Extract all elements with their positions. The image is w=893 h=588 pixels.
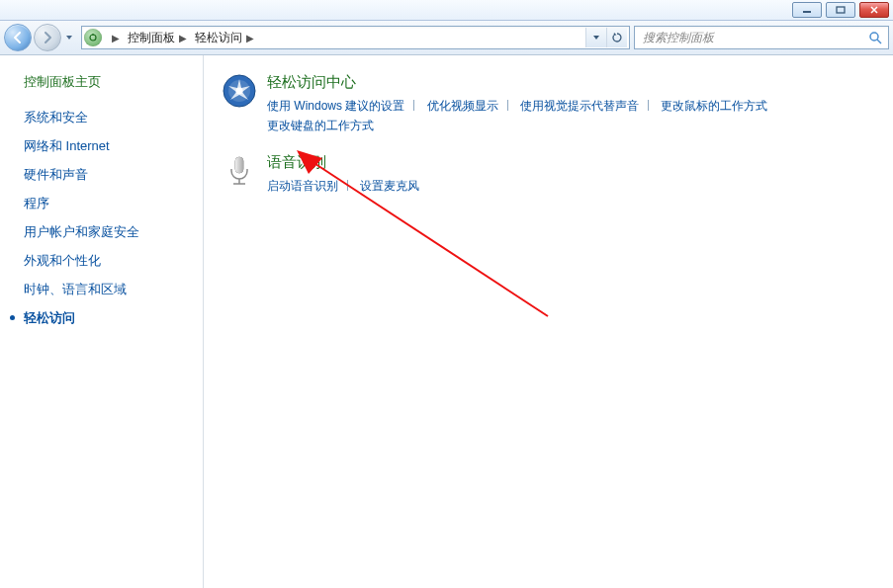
sidebar-item-user-accounts[interactable]: 用户帐户和家庭安全	[24, 219, 193, 245]
sidebar-item-hardware-sound[interactable]: 硬件和声音	[24, 162, 193, 188]
category-title[interactable]: 语音识别	[267, 153, 863, 172]
link-separator	[507, 100, 508, 111]
sidebar-item-label: 用户帐户和家庭安全	[24, 224, 139, 239]
breadcrumb-item[interactable]: 控制面板 ▶	[124, 28, 191, 47]
sidebar-item-label: 程序	[24, 196, 49, 210]
refresh-button[interactable]	[606, 28, 627, 47]
breadcrumb-item[interactable]: 轻松访问 ▶	[191, 28, 258, 47]
link-separator	[347, 180, 348, 191]
sidebar-item-network-internet[interactable]: 网络和 Internet	[24, 133, 193, 159]
link-start-speech-recognition[interactable]: 启动语音识别	[267, 179, 338, 193]
link-setup-microphone[interactable]: 设置麦克风	[360, 179, 419, 193]
category-speech-recognition: 语音识别 启动语音识别 设置麦克风	[222, 153, 863, 196]
svg-rect-1	[837, 7, 845, 13]
svg-rect-3	[92, 34, 93, 36]
microphone-icon	[222, 153, 257, 189]
back-button[interactable]	[4, 24, 32, 51]
minimize-button[interactable]	[792, 2, 822, 18]
chevron-right-icon: ▶	[112, 33, 120, 43]
search-input[interactable]	[641, 30, 864, 45]
category-ease-of-access-center: 轻松访问中心 使用 Windows 建议的设置 优化视频显示 使用视觉提示代替声…	[222, 73, 863, 135]
main-content: 轻松访问中心 使用 Windows 建议的设置 优化视频显示 使用视觉提示代替声…	[204, 55, 893, 588]
nav-bar: ▶ 控制面板 ▶ 轻松访问 ▶	[0, 21, 893, 55]
control-panel-icon	[84, 29, 102, 46]
svg-point-9	[236, 88, 243, 95]
svg-rect-0	[803, 11, 811, 13]
link-visual-cues-sound[interactable]: 使用视觉提示代替声音	[520, 99, 639, 113]
search-icon	[866, 29, 884, 46]
link-windows-suggestions[interactable]: 使用 Windows 建议的设置	[267, 99, 404, 113]
link-optimize-visual[interactable]: 优化视频显示	[427, 99, 498, 113]
address-bar[interactable]: ▶ 控制面板 ▶ 轻松访问 ▶	[81, 26, 630, 49]
sidebar-item-label: 时钟、语言和区域	[24, 282, 127, 296]
sidebar-home-link[interactable]: 控制面板主页	[24, 73, 193, 91]
svg-rect-11	[235, 157, 243, 173]
link-separator	[648, 100, 649, 111]
link-change-mouse[interactable]: 更改鼠标的工作方式	[661, 99, 767, 113]
chevron-right-icon: ▶	[246, 33, 254, 43]
breadcrumb-root[interactable]: ▶	[104, 28, 124, 47]
breadcrumb-label: 控制面板	[128, 30, 175, 46]
close-button[interactable]	[859, 2, 889, 18]
svg-line-5	[877, 40, 881, 43]
address-dropdown-button[interactable]	[585, 28, 606, 47]
search-box[interactable]	[634, 26, 889, 49]
sidebar-item-clock-lang-region[interactable]: 时钟、语言和区域	[24, 277, 193, 302]
window-title-bar	[0, 0, 893, 21]
chevron-right-icon: ▶	[179, 33, 187, 43]
sidebar: 控制面板主页 系统和安全 网络和 Internet 硬件和声音 程序 用户帐户和…	[0, 55, 204, 588]
sidebar-item-label: 系统和安全	[24, 110, 88, 125]
svg-point-4	[870, 33, 878, 41]
history-dropdown-icon[interactable]	[63, 25, 75, 50]
sidebar-item-system-safety[interactable]: 系统和安全	[24, 105, 193, 130]
sidebar-item-appearance[interactable]: 外观和个性化	[24, 248, 193, 274]
link-change-keyboard[interactable]: 更改键盘的工作方式	[267, 119, 374, 132]
sidebar-item-label: 外观和个性化	[24, 253, 101, 268]
sidebar-item-label: 网络和 Internet	[24, 138, 110, 153]
sidebar-item-ease-of-access[interactable]: 轻松访问	[24, 305, 193, 331]
link-separator	[413, 100, 414, 111]
category-title[interactable]: 轻松访问中心	[267, 73, 863, 92]
sidebar-item-programs[interactable]: 程序	[24, 191, 193, 216]
forward-button[interactable]	[34, 24, 61, 51]
ease-of-access-icon	[222, 73, 257, 109]
maximize-button[interactable]	[826, 2, 855, 18]
sidebar-item-label: 轻松访问	[24, 310, 75, 325]
sidebar-item-label: 硬件和声音	[24, 167, 88, 182]
breadcrumb-label: 轻松访问	[195, 30, 242, 46]
